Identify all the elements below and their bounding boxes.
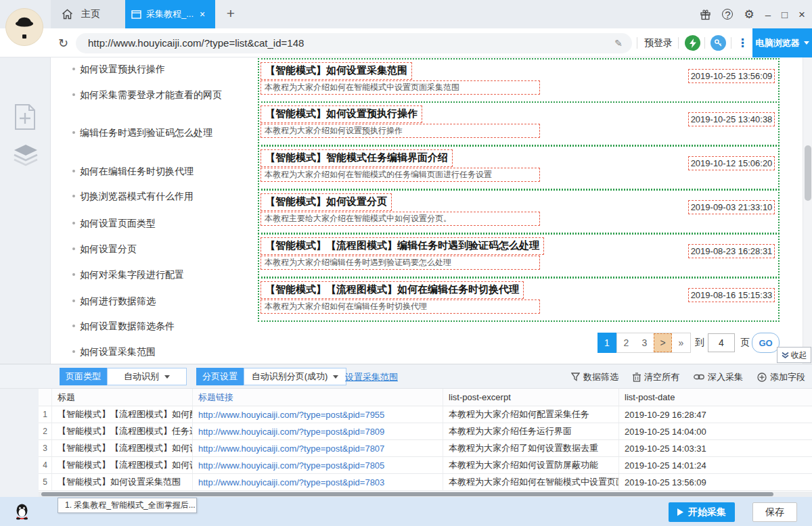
paging-select[interactable]: 自动识别分页(成功) bbox=[244, 368, 346, 385]
go-button[interactable]: GO bbox=[752, 333, 780, 353]
new-tab-button[interactable]: + bbox=[222, 4, 240, 23]
cell-link[interactable]: http://www.houyicaiji.com/?type=post&pid… bbox=[193, 440, 443, 456]
url-input[interactable]: http://www.houyicaiji.com/?type=list&cat… bbox=[76, 33, 632, 53]
edit-url-icon[interactable]: ✎ bbox=[614, 33, 623, 53]
article-title-field[interactable]: 【智能模式】智能模式任务编辑界面介绍 bbox=[261, 149, 453, 167]
table-row[interactable]: 3 【智能模式】【流程图模式】如何设置数据去重 http://www.houyi… bbox=[39, 440, 812, 457]
article-title-field[interactable]: 【智能模式】如何设置分页 bbox=[261, 193, 392, 211]
last-page-button[interactable]: » bbox=[672, 333, 690, 352]
window-controls: ? ⚙ – □ × bbox=[700, 0, 805, 28]
article-date-field[interactable]: 2019-10-25 13:40:38 bbox=[688, 112, 775, 126]
table-row[interactable]: 2 【智能模式】【流程图模式】任务运行界面介绍 http://www.houyi… bbox=[39, 423, 812, 440]
page-link[interactable]: 如何设置页面类型 bbox=[71, 216, 240, 231]
new-task-icon[interactable] bbox=[13, 103, 37, 130]
chevron-down-icon bbox=[333, 375, 338, 379]
page-link[interactable]: 编辑任务时遇到验证码怎么处理 bbox=[71, 126, 240, 140]
tab-active[interactable]: 采集教程_... × bbox=[125, 0, 215, 28]
page-link[interactable]: 如何设置数据筛选条件 bbox=[71, 319, 240, 333]
article-excerpt-field[interactable]: 本教程为大家介绍编辑任务时遇到验证码要怎么处理 bbox=[261, 256, 540, 270]
horizontal-scrollbar[interactable] bbox=[39, 492, 812, 497]
qq-support-icon[interactable] bbox=[15, 504, 29, 520]
cell-link[interactable]: http://www.houyicaiji.com/?type=post&pid… bbox=[193, 457, 443, 473]
page-link[interactable]: 如何设置预执行操作 bbox=[71, 62, 240, 76]
cell-excerpt: 本教程为大家介绍了如何设置数据去重 bbox=[443, 440, 619, 456]
header-excerpt[interactable]: list-post-excerpt bbox=[443, 389, 619, 406]
vertical-scrollbar[interactable] bbox=[803, 57, 812, 364]
close-icon[interactable]: × bbox=[798, 9, 805, 20]
save-button[interactable]: 保存 bbox=[752, 502, 797, 522]
tab-close-icon[interactable]: × bbox=[200, 9, 205, 20]
article-excerpt-field[interactable]: 本教程为大家介绍如何在编辑任务时切换代理 bbox=[261, 300, 540, 314]
page-type-label: 页面类型 bbox=[60, 368, 107, 385]
browser-mode-button[interactable]: 电脑浏览器 bbox=[752, 28, 812, 57]
article-item: 【智能模式】智能模式任务编辑界面介绍 本教程为大家介绍如何在智能模式的任务编辑页… bbox=[258, 145, 780, 190]
browser-window-icon bbox=[131, 10, 141, 19]
page-button-3[interactable]: 3 bbox=[635, 333, 654, 352]
article-excerpt-field[interactable]: 本教程为大家介绍如何在智能模式中设置页面采集范围 bbox=[261, 80, 540, 95]
article-title-field[interactable]: 【智能模式】如何设置采集范围 bbox=[261, 62, 412, 80]
header-link[interactable]: 标题链接 bbox=[193, 389, 443, 406]
add-field-button[interactable]: 添加字段 bbox=[757, 371, 805, 383]
header-title[interactable]: 标题 bbox=[52, 389, 193, 406]
help-icon[interactable]: ? bbox=[722, 9, 733, 20]
task-step-tab[interactable]: 1. 采集教程_智能模式_全面掌握后... bbox=[58, 498, 197, 513]
page-link[interactable]: 如何设置分页 bbox=[71, 242, 240, 256]
reload-icon[interactable]: ↻ bbox=[58, 36, 68, 51]
collapse-button[interactable]: 收起 bbox=[777, 347, 811, 363]
article-date-field[interactable]: 2019-09-03 21:33:10 bbox=[688, 200, 775, 214]
clear-all-button[interactable]: 清空所有 bbox=[633, 371, 679, 383]
scrollbar-thumb[interactable] bbox=[41, 492, 773, 496]
divider bbox=[678, 37, 679, 49]
page-link[interactable]: 切换浏览器模式有什么作用 bbox=[71, 189, 240, 204]
article-excerpt-field[interactable]: 本教程为大家介绍如何在智能模式的任务编辑页面进行任务设置 bbox=[261, 168, 540, 182]
page-link[interactable]: 如何采集需要登录才能查看的网页 bbox=[71, 88, 240, 102]
maximize-icon[interactable]: □ bbox=[782, 9, 788, 20]
article-title-field[interactable]: 【智能模式】【流程图模式】如何在编辑任务时切换代理 bbox=[261, 281, 524, 299]
page-link[interactable]: 如何进行数据筛选 bbox=[71, 294, 240, 308]
article-list: 【智能模式】如何设置采集范围 本教程为大家介绍如何在智能模式中设置页面采集范围 … bbox=[258, 57, 780, 364]
bullet-icon bbox=[72, 131, 75, 134]
page-link[interactable]: 如何设置采集范围 bbox=[71, 345, 240, 359]
deep-collect-button[interactable]: 深入采集 bbox=[694, 371, 743, 383]
scrollbar-thumb[interactable] bbox=[805, 145, 811, 201]
article-title-field[interactable]: 【智能模式】【流程图模式】编辑任务时遇到验证码怎么处理 bbox=[261, 237, 544, 255]
article-date-field[interactable]: 2019-08-23 16:28:31 bbox=[688, 244, 775, 258]
goto-page-input[interactable]: 4 bbox=[708, 333, 735, 352]
next-page-button[interactable]: > bbox=[654, 333, 672, 352]
minimize-icon[interactable]: – bbox=[765, 9, 771, 20]
cell-link[interactable]: http://www.houyicaiji.com/?type=post&pid… bbox=[193, 406, 443, 423]
page-button-2[interactable]: 2 bbox=[617, 333, 635, 352]
cell-link[interactable]: http://www.houyicaiji.com/?type=post&pid… bbox=[193, 423, 443, 439]
cell-excerpt: 本教程为大家介绍任务运行界面 bbox=[443, 423, 619, 439]
speed-badge-icon[interactable] bbox=[685, 35, 700, 51]
article-date-field[interactable]: 2019-10-12 15:06:20 bbox=[688, 156, 775, 170]
settings-gear-icon[interactable]: ⚙ bbox=[744, 9, 754, 20]
page-button-1[interactable]: 1 bbox=[597, 333, 616, 353]
bullet-icon bbox=[72, 68, 75, 70]
key-badge-icon[interactable] bbox=[710, 35, 726, 51]
article-item: 【智能模式】【流程图模式】如何在编辑任务时切换代理 本教程为大家介绍如何在编辑任… bbox=[258, 277, 780, 322]
article-date-field[interactable]: 2019-10-25 13:56:09 bbox=[688, 69, 775, 83]
data-filter-button[interactable]: 数据筛选 bbox=[571, 371, 618, 383]
article-excerpt-field[interactable]: 本教程主要给大家介绍在智能模式中如何设置分页。 bbox=[261, 212, 540, 226]
app-logo-avatar[interactable] bbox=[5, 8, 43, 46]
article-excerpt-field[interactable]: 本教程为大家介绍如何设置预执行操作 bbox=[261, 124, 540, 138]
start-collect-button[interactable]: 开始采集 bbox=[669, 502, 735, 522]
header-date[interactable]: list-post-date bbox=[619, 389, 812, 406]
tab-home[interactable]: 主页 bbox=[51, 0, 125, 28]
article-date-field[interactable]: 2019-08-16 15:15:33 bbox=[688, 288, 775, 302]
layers-icon[interactable] bbox=[13, 144, 39, 167]
pre-login-button[interactable]: 预登录 bbox=[644, 28, 673, 57]
page-type-select[interactable]: 自动识别 bbox=[107, 368, 187, 385]
table-row[interactable]: 4 【智能模式】【流程图模式】如何设置防屏蔽 http://www.houyic… bbox=[39, 457, 812, 474]
more-menu-icon[interactable]: ⋮ bbox=[737, 28, 748, 57]
gift-icon[interactable] bbox=[700, 9, 711, 20]
cell-link[interactable]: http://www.houyicaiji.com/?type=post&pid… bbox=[193, 474, 443, 490]
page-link[interactable]: 如何在编辑任务时切换代理 bbox=[71, 164, 240, 178]
page-link[interactable]: 如何对采集字段进行配置 bbox=[71, 268, 240, 282]
article-title-field[interactable]: 【智能模式】如何设置预执行操作 bbox=[261, 105, 422, 123]
table-row[interactable]: 1 【智能模式】【流程图模式】如何配置采集任务 http://www.houyi… bbox=[39, 406, 812, 423]
set-collect-range-link[interactable]: 设置采集范围 bbox=[345, 371, 398, 383]
table-row[interactable]: 5 【智能模式】如何设置采集范围 http://www.houyicaiji.c… bbox=[39, 474, 812, 491]
toolbar-actions: 数据筛选 清空所有 深入采集 添加字段 bbox=[571, 364, 805, 389]
